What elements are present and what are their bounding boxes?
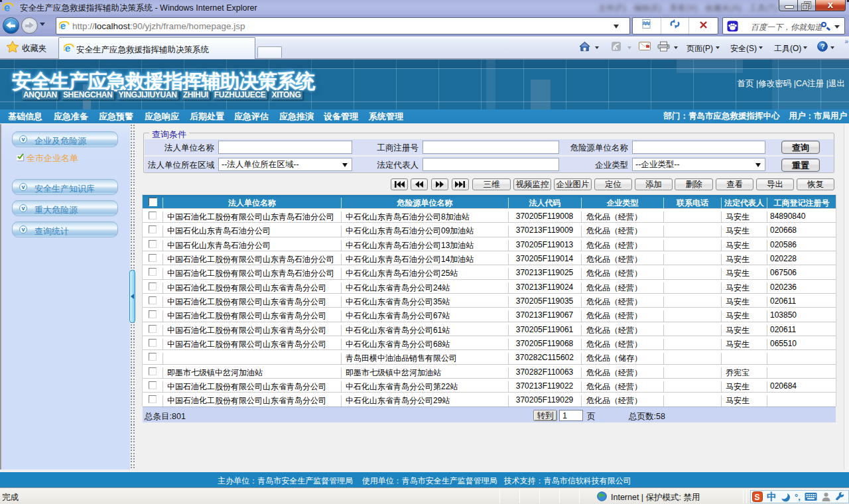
svg-text:?: ? bbox=[820, 43, 824, 50]
svg-text:S: S bbox=[755, 493, 760, 502]
